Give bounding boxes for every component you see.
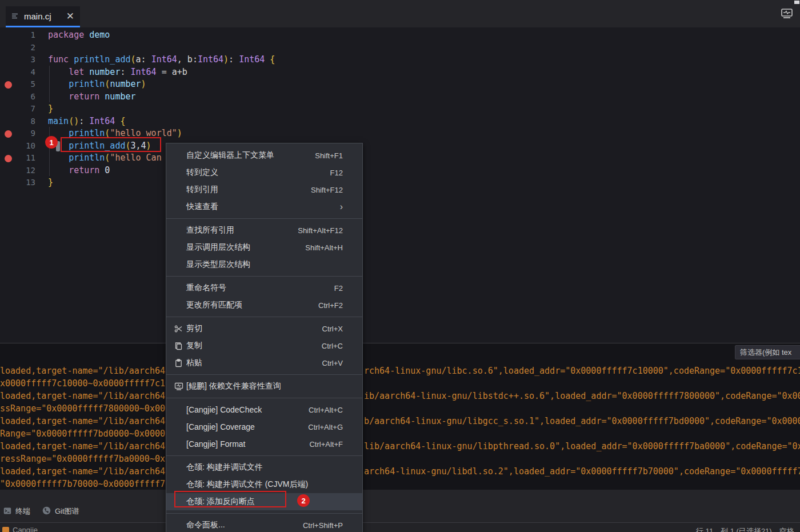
status-cursor-position[interactable]: 行 11，列 1 (已选择21)，空格 — [696, 526, 794, 532]
code-editor[interactable]: 12345678910111213 package demofunc print… — [0, 27, 800, 343]
menu-item[interactable]: 转到定义F12 — [166, 164, 362, 181]
menu-item-label: 转到引用 — [186, 185, 218, 195]
terminal-output-row: ssRange="0x0000fffff7800000~0x000 — [0, 402, 800, 415]
breakpoint-dot-line-9[interactable] — [5, 130, 12, 138]
code-line-8[interactable]: main(): Int64 { — [48, 115, 275, 128]
menu-item-label: 快速查看 — [186, 202, 218, 212]
line-number: 3 — [0, 54, 35, 66]
menu-item[interactable]: 更改所有匹配项Ctrl+F2 — [166, 297, 362, 314]
menu-item[interactable]: 显示调用层次结构Shift+Alt+H — [166, 239, 362, 256]
menu-item[interactable]: 剪切Ctrl+X — [166, 320, 362, 337]
code-line-5[interactable]: println(number) — [48, 78, 275, 91]
terminal-filter-input[interactable]: 筛选器(例如 tex — [735, 345, 800, 359]
editor-context-menu: 自定义编辑器上下文菜单Shift+F1转到定义F12转到引用Shift+F12快… — [166, 143, 363, 532]
annotation-box-1 — [61, 137, 161, 152]
menu-item-label: 命令面板... — [186, 520, 225, 530]
code-line-1[interactable]: package demo — [48, 29, 275, 42]
menu-item-label: 显示调用层次结构 — [186, 242, 250, 253]
breakpoint-dot-line-11[interactable] — [5, 155, 12, 162]
menu-item-shortcut: F2 — [334, 284, 343, 293]
terminal-output-row: loaded,target-name="/lib/aarch64-rch64-l… — [0, 365, 800, 377]
breakpoint-dot-line-5[interactable] — [5, 81, 12, 89]
menu-item-shortcut: Ctrl+Shift+P — [303, 521, 343, 530]
menu-item-shortcut: Shift+F12 — [311, 186, 343, 194]
kunpeng-monitor-icon[interactable] — [781, 8, 793, 19]
menu-item-label: [Cangjie] CodeCheck — [186, 405, 262, 414]
menu-item-label: 自定义编辑器上下文菜单 — [186, 150, 274, 161]
cangjie-status-icon — [2, 527, 9, 532]
menu-item[interactable]: 重命名符号F2 — [166, 279, 362, 297]
terminal-output-row: ressRange="0x0000fffff7ba0000~0x0 — [0, 453, 800, 465]
line-number: 7 — [0, 103, 35, 115]
git-graph-icon — [42, 506, 51, 517]
code-line-4[interactable]: let number: Int64 = a+b — [48, 66, 275, 79]
line-number: 13 — [0, 177, 35, 189]
cangjie-file-icon — [11, 12, 19, 20]
menu-item[interactable]: 复制Ctrl+C — [166, 337, 362, 354]
close-icon[interactable]: ✕ — [66, 11, 74, 21]
status-bar: Cangjie 行 11，列 1 (已选择21)，空格 — [0, 522, 800, 532]
menu-item[interactable]: 粘贴Ctrl+V — [166, 354, 362, 371]
annotation-step-1: 1 — [45, 136, 58, 149]
menu-item-label: [鲲鹏] 依赖文件兼容性查询 — [186, 381, 281, 391]
menu-item[interactable]: 快速查看› — [166, 198, 362, 215]
tab-main-cj[interactable]: main.cj ✕ — [6, 6, 80, 27]
indent-guide — [49, 66, 50, 103]
code-line-6[interactable]: return number — [48, 91, 275, 103]
copy-icon — [174, 342, 186, 350]
menu-item-shortcut: Ctrl+Alt+G — [308, 423, 343, 431]
panel-tab-label: 终端 — [15, 506, 30, 517]
line-number: 10 — [0, 140, 35, 153]
menu-item[interactable]: [Cangjie] CoverageCtrl+Alt+G — [166, 418, 362, 435]
panel-tab-terminal[interactable]: 终端 — [3, 506, 30, 517]
paste-icon — [174, 359, 186, 367]
scrollbar-thumb[interactable] — [794, 1, 799, 4]
code-line-3[interactable]: func println_add(a: Int64, b:Int64): Int… — [48, 54, 275, 66]
line-number: 4 — [0, 66, 35, 79]
menu-item-label: 显示类型层次结构 — [186, 259, 250, 270]
menu-item-shortcut: Ctrl+Alt+C — [309, 406, 343, 414]
menu-item[interactable]: 仓颉: 构建并调试文件 — [166, 459, 362, 476]
menu-item-shortcut: Ctrl+Alt+F — [309, 440, 343, 449]
menu-item[interactable]: 转到引用Shift+F12 — [166, 181, 362, 198]
panel-tab-bar: 终端 Git图谱 — [0, 490, 800, 522]
menu-item-shortcut: Ctrl+C — [322, 342, 343, 350]
menu-item-label: 复制 — [186, 341, 202, 351]
menu-item[interactable]: 命令面板...Ctrl+Shift+P — [166, 517, 362, 532]
annotation-step-2: 2 — [297, 494, 310, 507]
menu-item-shortcut: F12 — [330, 169, 343, 177]
code-line-2[interactable] — [48, 42, 275, 54]
menu-item[interactable]: 查找所有引用Shift+Alt+F12 — [166, 222, 362, 239]
menu-item-shortcut: Shift+Alt+H — [305, 243, 343, 252]
terminal-output-row: loaded,target-name="/lib/aarch64-arch64-… — [0, 465, 800, 478]
menu-item-shortcut: Ctrl+V — [322, 359, 343, 367]
menu-item-label: 粘贴 — [186, 358, 202, 368]
line-number: 1 — [0, 29, 35, 42]
menu-item[interactable]: 自定义编辑器上下文菜单Shift+F1 — [166, 147, 362, 164]
terminal-output-row: loaded,target-name="/lib/aarch64-ib/aarc… — [0, 390, 800, 402]
menu-item-label: 仓颉: 构建并调试文件 (CJVM后端) — [186, 479, 308, 490]
line-number-gutter: 12345678910111213 — [0, 29, 35, 189]
menu-item[interactable]: 显示类型层次结构 — [166, 256, 362, 273]
scissors-icon — [174, 325, 186, 333]
terminal-output-row: Range="0x0000fffff7bd0000~0x0000f — [0, 427, 800, 440]
panel-tab-git-graph[interactable]: Git图谱 — [42, 506, 79, 517]
tab-bar: main.cj ✕ — [0, 0, 800, 27]
terminal-output-row: x0000fffff7c10000~0x0000fffff7c10 — [0, 377, 800, 390]
annotation-box-2 — [174, 491, 286, 507]
menu-separator — [166, 374, 362, 375]
menu-separator — [166, 513, 362, 514]
submenu-chevron-icon: › — [340, 202, 343, 212]
monitor-icon — [174, 382, 186, 391]
status-cangjie[interactable]: Cangjie — [2, 526, 38, 532]
line-number: 2 — [0, 42, 35, 54]
menu-item-label: 仓颉: 构建并调试文件 — [186, 462, 263, 473]
menu-item[interactable]: [Cangjie] FormatCtrl+Alt+F — [166, 435, 362, 453]
terminal-output-row: "0x0000fffff7b70000~0x0000fffff7b — [0, 478, 800, 490]
terminal-panel: 筛选器(例如 tex loaded,target-name="/lib/aarc… — [0, 343, 800, 490]
ide-window: main.cj ✕ 12345678910111213 package demo… — [0, 0, 800, 532]
menu-item[interactable]: [鲲鹏] 依赖文件兼容性查询 — [166, 378, 362, 395]
menu-item[interactable]: [Cangjie] CodeCheckCtrl+Alt+C — [166, 401, 362, 418]
code-line-7[interactable]: } — [48, 103, 275, 115]
line-number: 12 — [0, 165, 35, 177]
